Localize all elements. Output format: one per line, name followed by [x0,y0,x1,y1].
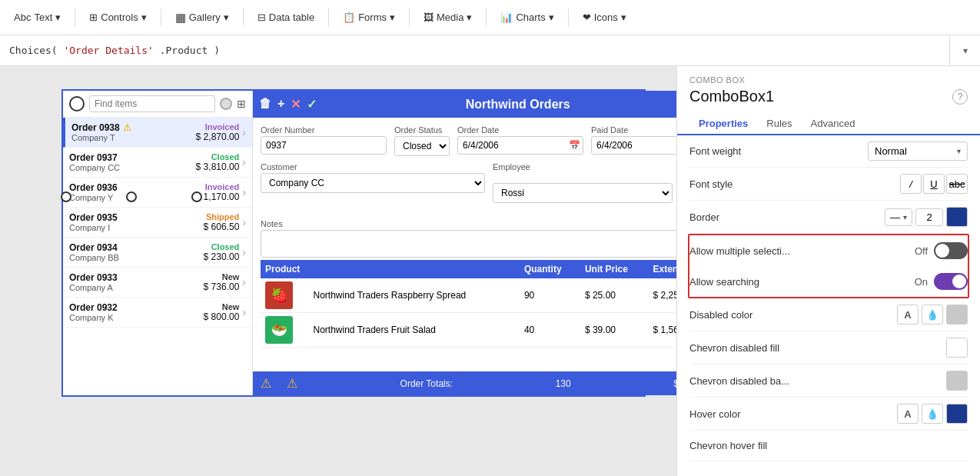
tab-rules[interactable]: Rules [757,113,801,135]
notes-textarea[interactable] [261,230,676,258]
gallery-icon: ▦ [175,11,186,25]
order-amount-0938: $ 2,870.00 [196,131,240,142]
product-row-1[interactable]: 🍓 Northwind Traders Raspberry Spread 90 … [261,278,676,313]
hover-color-swatch[interactable] [946,404,968,424]
toolbar-forms[interactable]: 📋 Forms ▾ [335,8,403,26]
order-date-input[interactable] [457,136,583,155]
hover-color-label: Hover color [689,408,897,420]
order-company-0932: Company K [69,313,204,322]
product-qty-1: 90 [520,278,580,313]
order-id-0938: Order 0938 [71,122,120,133]
hover-color-text-btn[interactable]: A [897,404,919,424]
font-weight-value: Normal ▾ [868,141,968,161]
filter-icon[interactable] [220,98,232,110]
delete-icon[interactable]: 🗑 [259,97,271,112]
find-items-input[interactable] [89,95,215,112]
italic-button[interactable]: / [900,174,922,194]
close-icon[interactable]: ✕ [291,97,301,112]
order-item[interactable]: Order 0936 Company Y Invoiced $ 1,170.00… [63,178,252,208]
font-weight-text: Normal [875,145,907,157]
order-detail-panel: 🗑 + ✕ ✓ Northwind Orders Order Number [253,91,676,395]
order-company-0936: Company Y [69,193,196,202]
border-style-select[interactable]: — ▾ [885,208,912,226]
employee-select[interactable]: Rossi [493,183,673,203]
toolbar-controls[interactable]: ⊞ Controls ▾ [81,8,154,26]
help-button[interactable]: ? [952,89,968,105]
tab-advanced[interactable]: Advanced [802,113,865,135]
tab-properties[interactable]: Properties [689,113,757,135]
toolbar-divider-2 [161,8,161,27]
app-preview: ⊞ Order 0938 ⚠ Company T Invoiced $ 2,87… [61,89,646,397]
order-item[interactable]: Order 0933 Company A New $ 736.00 › [63,268,252,298]
order-list-header: ⊞ [63,91,252,118]
confirm-icon[interactable]: ✓ [307,97,317,112]
order-item[interactable]: Order 0937 Company CC Closed $ 3,810.00 … [63,148,252,178]
product-img-1: 🍓 [261,278,309,313]
toolbar-divider-7 [568,8,569,27]
toolbar-icons[interactable]: ❤ Icons ▾ [575,8,634,26]
toolbar-divider-5 [409,8,410,27]
toolbar-gallery-label: Gallery [189,12,221,23]
hover-color-a-icon: A [904,408,911,420]
border-style-arrow: ▾ [903,213,907,221]
product-name-1: Northwind Traders Raspberry Spread [309,278,520,313]
media-dropdown-icon: ▾ [467,12,472,23]
order-number-input[interactable] [261,136,387,155]
allow-searching-toggle[interactable] [934,273,968,290]
chevron-disabled-fill-swatch[interactable] [946,338,968,358]
order-id-0935: Order 0935 [69,212,118,223]
toolbar-datatable[interactable]: ⊟ Data table [250,8,322,26]
order-company-0934: Company BB [69,253,204,262]
sort-icon[interactable]: ⊞ [237,98,246,110]
product-row-2[interactable]: 🥗 Northwind Traders Fruit Salad 40 $ 39.… [261,313,676,348]
toolbar-gallery[interactable]: ▦ Gallery ▾ [168,8,237,28]
allow-multiple-toggle[interactable] [934,242,968,259]
add-icon[interactable]: + [277,97,284,112]
search-icon [69,96,85,112]
border-color-swatch[interactable] [946,207,968,227]
formula-bar: Choices( 'Order Details' .Product ) ▾ [0,35,980,66]
product-name-2: Northwind Traders Fruit Salad [309,313,520,348]
disabled-color-swatch[interactable] [946,305,968,325]
formula-dot: .Product ) [160,45,220,56]
chevron-icon-0934: › [242,246,246,258]
hover-color-picker-btn[interactable]: 💧 [922,404,943,424]
toolbar-divider-4 [328,8,329,27]
panel-title: ComboBox1 ? [689,88,968,105]
paid-date-input[interactable] [591,136,676,155]
order-status-0936: Invoiced [196,182,240,191]
product-extended-1: $ 2,250.00 [649,278,677,313]
chevron-icon-0938: › [242,126,246,138]
forms-icon: 📋 [343,12,355,23]
order-item[interactable]: Order 0935 Company I Shipped $ 606.50 › [63,208,252,238]
order-status-select[interactable]: Closed [394,136,450,156]
order-item[interactable]: Order 0932 Company K New $ 800.00 › [63,298,252,328]
disabled-color-a-icon: A [904,309,911,321]
font-style-label: Font style [689,178,900,190]
formula-content[interactable]: Choices( 'Order Details' .Product ) [0,38,949,62]
chevron-disabled-fill-label: Chevron disabled fill [689,342,946,354]
disabled-color-picker-btn[interactable]: 💧 [922,305,943,325]
strikethrough-button[interactable]: abc [946,174,968,194]
toolbar-media-label: Media [437,12,463,23]
order-company-0938: Company T [71,133,196,142]
formula-expand-button[interactable]: ▾ [949,35,980,65]
chevron-disabled-ba-swatch[interactable] [946,371,968,391]
underline-button[interactable]: U [923,174,945,194]
order-item[interactable]: Order 0934 Company BB Closed $ 230.00 › [63,238,252,268]
order-item[interactable]: Order 0938 ⚠ Company T Invoiced $ 2,870.… [63,118,252,148]
order-company-0937: Company CC [69,163,196,172]
prop-font-style: Font style / U abc [689,168,968,201]
controls-dropdown-icon: ▾ [141,12,147,23]
toolbar-text-label: Text [34,12,52,23]
border-width-input[interactable]: 2 [915,208,943,226]
detail-header-title: Northwind Orders [317,98,676,112]
customer-select[interactable]: Company CC [261,173,485,193]
prop-chevron-disabled-ba: Chevron disabled ba... [689,364,968,398]
toolbar-text[interactable]: Abc Text ▾ [6,8,68,26]
disabled-color-text-btn[interactable]: A [897,305,919,325]
font-weight-select[interactable]: Normal ▾ [868,141,968,161]
toolbar-charts[interactable]: 📊 Charts ▾ [493,8,561,26]
order-number-label: Order Number [261,125,387,135]
toolbar-media[interactable]: 🖼 Media ▾ [416,8,480,26]
